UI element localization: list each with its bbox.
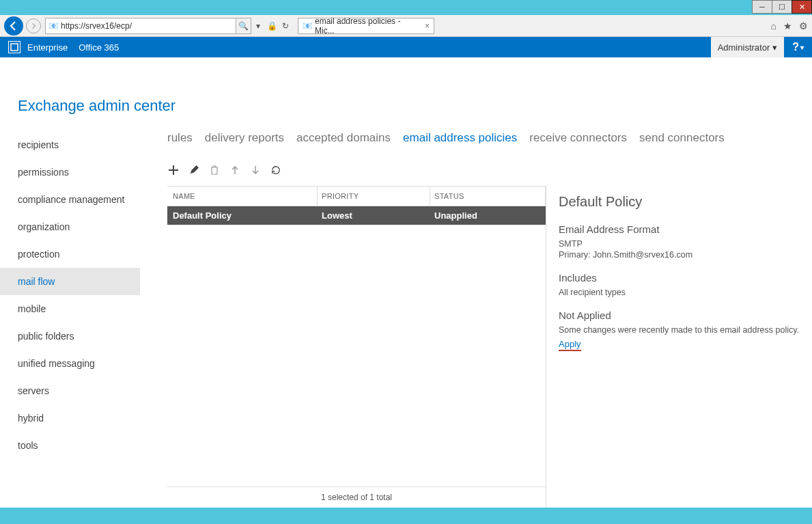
tabs: rules delivery reports accepted domains …: [167, 131, 804, 145]
window-minimize-button[interactable]: ─: [752, 0, 772, 14]
window-maximize-button[interactable]: ☐: [772, 0, 792, 14]
tab-send-connectors[interactable]: send connectors: [639, 131, 725, 145]
tab-email-address-policies[interactable]: email address policies: [403, 131, 517, 145]
details-title: Default Policy: [559, 194, 804, 210]
details-includes-text: All recipient types: [559, 288, 804, 297]
tab-rules[interactable]: rules: [167, 131, 193, 145]
sidebar-item-permissions[interactable]: permissions: [0, 158, 140, 186]
sidebar-item-servers[interactable]: servers: [0, 377, 140, 404]
add-button[interactable]: [167, 164, 180, 176]
browser-settings-icon[interactable]: ⚙: [799, 20, 808, 31]
column-name[interactable]: NAME: [167, 187, 318, 206]
details-includes-heading: Includes: [559, 272, 804, 284]
refresh-icon: [271, 165, 281, 175]
office-square-icon: [10, 43, 18, 51]
pencil-icon: [189, 165, 199, 175]
arrow-right-icon: [30, 23, 37, 29]
move-down-button[interactable]: [249, 164, 262, 176]
refresh-button[interactable]: [270, 164, 282, 176]
toolbar: [167, 164, 804, 176]
admin-user-label: Administrator: [718, 42, 770, 53]
window-titlebar: ─ ☐ ✕: [0, 0, 812, 15]
cell-name: Default Policy: [167, 206, 318, 225]
sidebar-item-mailflow[interactable]: mail flow: [0, 268, 140, 295]
details-notapplied-text: Some changes were recently made to this …: [559, 325, 804, 335]
o365-header: Enterprise Office 365 Administrator ▾ ? …: [0, 37, 812, 57]
sidebar-item-publicfolders[interactable]: public folders: [0, 322, 140, 350]
column-status[interactable]: STATUS: [430, 187, 545, 206]
delete-button[interactable]: [208, 164, 221, 176]
chevron-down-icon: ▾: [800, 44, 804, 51]
main-panel: rules delivery reports accepted domains …: [140, 131, 812, 508]
browser-url-text: https://srvex16/ecp/: [61, 21, 132, 31]
cell-priority: Lowest: [318, 206, 430, 225]
svg-rect-0: [11, 44, 18, 51]
sidebar-item-unifiedmessaging[interactable]: unified messaging: [0, 350, 140, 377]
sidebar-item-tools[interactable]: tools: [0, 432, 140, 459]
nav-office365[interactable]: Office 365: [79, 42, 119, 53]
browser-favorites-icon[interactable]: ★: [783, 20, 792, 31]
plus-icon: [168, 165, 179, 176]
grid-body: Default Policy Lowest Unapplied: [167, 206, 546, 486]
page-title: Exchange admin center: [18, 97, 812, 115]
tab-delivery-reports[interactable]: delivery reports: [205, 131, 284, 145]
edit-button[interactable]: [188, 164, 200, 176]
help-menu[interactable]: ? ▾: [792, 41, 804, 53]
grid-header: NAME PRIORITY STATUS: [167, 186, 546, 206]
chevron-down-icon: ▾: [772, 42, 777, 53]
sidebar-item-hybrid[interactable]: hybrid: [0, 404, 140, 432]
browser-lock-icon: 🔒: [265, 18, 279, 34]
sidebar-item-recipients[interactable]: recipients: [0, 131, 140, 158]
browser-home-icon[interactable]: ⌂: [771, 20, 776, 31]
app-body: Exchange admin center recipients permiss…: [0, 57, 812, 513]
sidebar-item-compliance[interactable]: compliance management: [0, 186, 140, 213]
details-notapplied-heading: Not Applied: [559, 309, 804, 321]
sidebar-item-mobile[interactable]: mobile: [0, 295, 140, 322]
window-border-bottom: [0, 513, 812, 524]
browser-forward-button[interactable]: [26, 18, 41, 33]
browser-search-button[interactable]: 🔍: [236, 18, 251, 34]
office-logo-icon[interactable]: [8, 41, 20, 53]
details-format-heading: Email Address Format: [559, 223, 804, 235]
table-row[interactable]: Default Policy Lowest Unapplied: [167, 206, 546, 225]
trash-icon: [210, 165, 219, 175]
browser-view-compat-button[interactable]: ▾: [251, 18, 265, 34]
data-area: NAME PRIORITY STATUS Default Policy Lowe…: [167, 186, 804, 508]
apply-link[interactable]: Apply: [559, 339, 581, 351]
tab-accepted-domains[interactable]: accepted domains: [296, 131, 391, 145]
grid-area: NAME PRIORITY STATUS Default Policy Lowe…: [167, 186, 546, 508]
tab-favicon-icon: 📧: [303, 21, 312, 31]
sidebar: recipients permissions compliance manage…: [0, 131, 140, 508]
nav-enterprise[interactable]: Enterprise: [27, 42, 68, 53]
details-smtp: SMTP: [559, 239, 804, 249]
sidebar-item-protection[interactable]: protection: [0, 240, 140, 268]
arrow-down-icon: [251, 165, 260, 175]
cell-status: Unapplied: [430, 206, 546, 225]
admin-user-menu[interactable]: Administrator ▾: [711, 37, 785, 57]
tab-close-icon[interactable]: ×: [425, 21, 430, 31]
column-priority[interactable]: PRIORITY: [318, 187, 430, 206]
move-up-button[interactable]: [229, 164, 241, 176]
browser-tab-title: email address policies - Mic...: [315, 16, 421, 36]
browser-nav-bar: 📧 https://srvex16/ecp/ 🔍 ▾ 🔒 ↻ 📧 email a…: [0, 15, 812, 37]
window-close-button[interactable]: ✕: [792, 0, 812, 14]
tab-receive-connectors[interactable]: receive connectors: [529, 131, 627, 145]
arrow-left-icon: [8, 20, 19, 31]
browser-refresh-button[interactable]: ↻: [279, 18, 292, 34]
site-favicon-icon: 📧: [48, 21, 58, 31]
details-primary: Primary: John.Smith@srvex16.com: [559, 250, 804, 260]
details-pane: Default Policy Email Address Format SMTP…: [546, 186, 804, 508]
sidebar-item-organization[interactable]: organization: [0, 213, 140, 240]
browser-back-button[interactable]: [4, 16, 23, 36]
grid-status-text: 1 selected of 1 total: [167, 486, 546, 508]
browser-url-bar[interactable]: 📧 https://srvex16/ecp/: [45, 18, 236, 34]
arrow-up-icon: [231, 165, 239, 175]
browser-tab[interactable]: 📧 email address policies - Mic... ×: [298, 18, 434, 34]
